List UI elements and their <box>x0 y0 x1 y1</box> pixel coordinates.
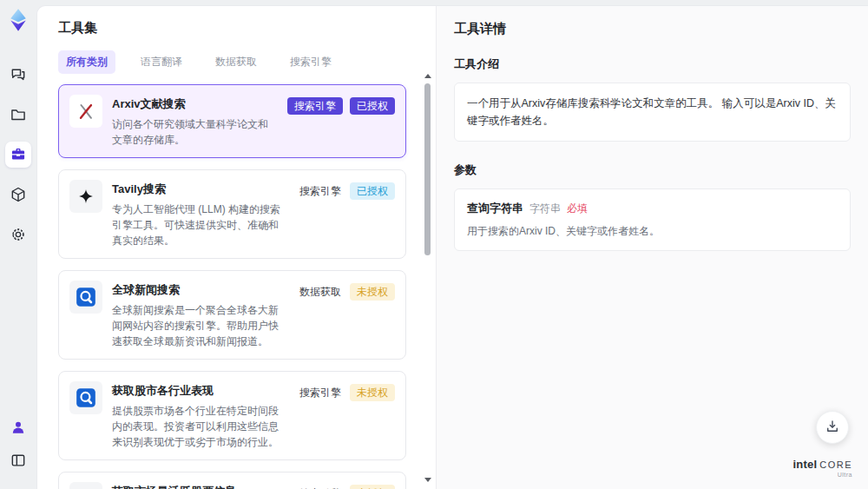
tab-搜索引擎[interactable]: 搜索引擎 <box>282 50 339 74</box>
sidebar-item-gear[interactable] <box>5 221 31 248</box>
sidebar-item-cube[interactable] <box>5 182 31 208</box>
panel-toggle-icon <box>10 452 27 469</box>
scroll-down-icon[interactable] <box>424 478 431 482</box>
tool-card[interactable]: Arxiv文献搜索 访问各个研究领域大量科学论文和文章的存储库。 搜索引擎 已授… <box>58 84 406 158</box>
category-badge: 搜索引擎 <box>298 182 343 200</box>
tool-name: Tavily搜索 <box>112 182 288 197</box>
toolset-title: 工具集 <box>58 20 418 36</box>
intro-heading: 工具介绍 <box>454 56 851 72</box>
gear-icon <box>10 226 27 243</box>
scroll-up-icon[interactable] <box>424 74 431 78</box>
tool-name: 全球新闻搜索 <box>112 282 288 298</box>
scrollbar-thumb[interactable] <box>424 83 431 255</box>
tool-desc: 提供股票市场各个行业在特定时间段内的表现。投资者可以利用这些信息来识别表现优于或… <box>112 403 288 450</box>
param-desc: 用于搜索的Arxiv ID、关键字或作者姓名。 <box>467 224 838 239</box>
sidebar-item-toolbox[interactable] <box>5 142 31 168</box>
tool-card[interactable]: 全球新闻搜索 全球新闻搜索是一个聚合全球各大新闻网站内容的搜索引擎。帮助用户快速… <box>58 270 406 360</box>
tool-card[interactable]: 获取股市各行业表现 提供股票市场各个行业在特定时间段内的表现。投资者可以利用这些… <box>58 371 406 460</box>
download-button[interactable] <box>816 411 849 444</box>
intel-core-logo: intel CORE Ultra <box>792 459 852 479</box>
tab-语言翻译[interactable]: 语言翻译 <box>133 50 190 74</box>
param-required-badge: 必填 <box>567 202 588 216</box>
sidebar-item-panel-toggle[interactable] <box>5 447 31 473</box>
app-logo-icon <box>6 8 30 32</box>
tool-name: 获取市场最活跃股票信息 <box>112 484 288 489</box>
detail-panel: 工具详情 工具介绍 一个用于从Arxiv存储库搜索科学论文和文章的工具。 输入可… <box>437 6 868 489</box>
sidebar <box>0 0 36 489</box>
tool-desc: 访问各个研究领域大量科学论文和文章的存储库。 <box>112 116 278 148</box>
scrollbar[interactable] <box>424 74 431 482</box>
params-heading: 参数 <box>454 162 851 178</box>
tool-name: 获取股市各行业表现 <box>112 383 288 399</box>
tool-list: Arxiv文献搜索 访问各个研究领域大量科学论文和文章的存储库。 搜索引擎 已授… <box>58 84 418 489</box>
auth-status-badge: 未授权 <box>350 485 395 489</box>
main-area: 工具集 所有类别语言翻译数据获取搜索引擎 Arxiv文献搜索 访问各个研究领域大… <box>36 5 868 489</box>
sidebar-item-folder[interactable] <box>5 102 31 128</box>
auth-status-badge: 未授权 <box>350 384 395 401</box>
auth-status-badge: 未授权 <box>350 283 395 301</box>
toolset-panel: 工具集 所有类别语言翻译数据获取搜索引擎 Arxiv文献搜索 访问各个研究领域大… <box>37 6 437 489</box>
tool-desc: 专为人工智能代理 (LLM) 构建的搜索引擎工具。可快速提供实时、准确和真实的结… <box>112 202 288 248</box>
tool-desc: 全球新闻搜索是一个聚合全球各大新闻网站内容的搜索引擎。帮助用户快速获取全球最新资… <box>112 302 288 349</box>
category-badge: 搜索引擎 <box>298 485 343 489</box>
category-tabs: 所有类别语言翻译数据获取搜索引擎 <box>58 50 418 74</box>
param-card: 查询字符串 字符串 必填 用于搜索的Arxiv ID、关键字或作者姓名。 <box>454 188 851 251</box>
tool-card[interactable]: 获取市场最活跃股票信息 提供当天交易量最高的股票列表，投资者可以利用这些信息来识… <box>58 472 406 489</box>
app-window: 工具集 所有类别语言翻译数据获取搜索引擎 Arxiv文献搜索 访问各个研究领域大… <box>0 0 868 489</box>
param-name: 查询字符串 <box>467 201 523 216</box>
tool-card[interactable]: Tavily搜索 专为人工智能代理 (LLM) 构建的搜索引擎工具。可快速提供实… <box>58 169 406 259</box>
toolbox-icon <box>10 146 27 163</box>
globalnews-icon <box>69 381 102 414</box>
user-icon <box>10 419 27 436</box>
category-badge: 数据获取 <box>298 283 343 301</box>
cube-icon <box>10 186 27 203</box>
category-badge: 搜索引擎 <box>298 384 343 401</box>
globalnews-icon <box>69 482 102 489</box>
sidebar-item-user[interactable] <box>5 414 31 440</box>
tab-数据获取[interactable]: 数据获取 <box>207 50 265 74</box>
intro-card: 一个用于从Arxiv存储库搜索科学论文和文章的工具。 输入可以是Arxiv ID… <box>454 83 851 142</box>
auth-status-badge: 已授权 <box>350 97 395 115</box>
download-icon <box>825 419 840 437</box>
tool-name: Arxiv文献搜索 <box>112 96 278 112</box>
chat-icon <box>10 66 27 83</box>
tavily-star-icon <box>69 180 102 213</box>
auth-status-badge: 已授权 <box>350 182 395 200</box>
tab-所有类别[interactable]: 所有类别 <box>58 50 115 74</box>
arxiv-icon <box>69 95 102 128</box>
detail-title: 工具详情 <box>454 21 851 37</box>
param-type: 字符串 <box>529 202 561 216</box>
sidebar-item-chat[interactable] <box>5 62 31 88</box>
category-badge: 搜索引擎 <box>287 97 343 115</box>
folder-icon <box>10 106 27 123</box>
globalnews-icon <box>69 281 102 314</box>
